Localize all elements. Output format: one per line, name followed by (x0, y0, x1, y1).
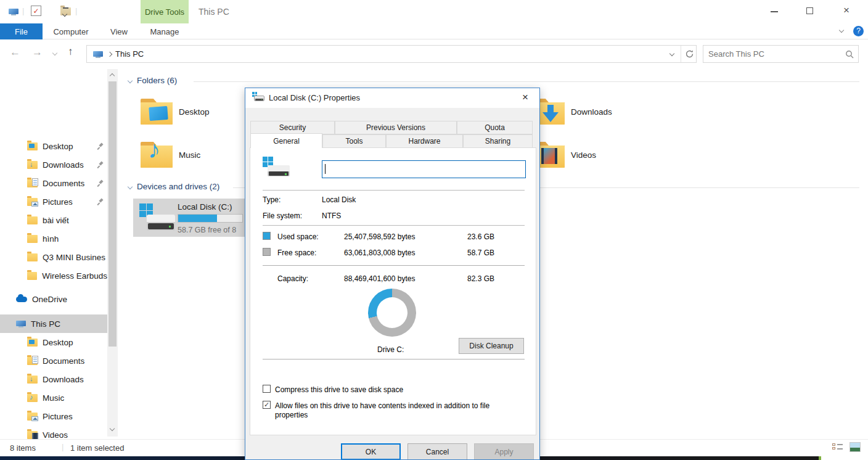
selection-count: 1 item selected (70, 443, 124, 453)
pictures-folder-icon (27, 413, 38, 421)
tab-hardware[interactable]: Hardware (386, 134, 463, 148)
tab-quota[interactable]: Quota (457, 121, 533, 134)
minimize-button[interactable] (771, 11, 778, 12)
sidebar-item-downloads[interactable]: ↓ Downloads (0, 370, 107, 388)
sidebar-item-bai-viet[interactable]: bài viết (0, 211, 107, 229)
sidebar-item-q3-mini[interactable]: Q3 MINI Busines (0, 248, 107, 266)
sidebar-item-downloads-qa[interactable]: ↓ Downloads (0, 155, 107, 174)
type-label: Type: (263, 195, 280, 204)
cancel-button[interactable]: Cancel (407, 443, 467, 460)
tile-desktop[interactable]: Desktop (133, 92, 244, 131)
drive-tools-context-tab[interactable]: Drive Tools (141, 0, 189, 23)
search-box[interactable] (703, 45, 859, 63)
tile-videos[interactable]: Videos (525, 136, 649, 174)
index-checkbox[interactable]: ✓ (263, 401, 271, 409)
minimize-ribbon-icon[interactable] (839, 28, 844, 33)
pin-icon (97, 180, 104, 187)
volume-label-input[interactable] (322, 160, 526, 178)
thumbnail-view-icon[interactable] (850, 442, 861, 452)
used-space-swatch (263, 232, 271, 240)
address-dropdown-icon[interactable] (669, 51, 674, 56)
desktop-folder-icon (141, 99, 173, 125)
capacity-bar-fill (178, 215, 217, 222)
tab-general[interactable]: General (250, 133, 322, 148)
tab-security[interactable]: Security (250, 121, 335, 134)
volume-label-field[interactable] (327, 162, 521, 176)
compress-checkbox[interactable] (263, 385, 271, 393)
free-space-bytes: 63,061,803,008 bytes (344, 248, 415, 257)
tile-downloads[interactable]: Downloads (525, 92, 649, 131)
tile-music[interactable]: ♪ Music (133, 136, 244, 174)
capacity-bytes: 88,469,401,600 bytes (344, 274, 415, 283)
drive-chart-label: Drive C: (377, 345, 404, 354)
sidebar-item-desktop[interactable]: Desktop (0, 333, 107, 351)
ribbon-tab-row: File Computer View Manage ? (0, 23, 868, 39)
general-tab-page: Type: Local Disk File system: NTFS Used … (250, 147, 536, 435)
back-icon[interactable]: ← (10, 46, 20, 59)
search-input[interactable] (708, 47, 838, 60)
sidebar-item-desktop-qa[interactable]: Desktop (0, 137, 107, 155)
collapse-group-icon[interactable] (128, 78, 133, 83)
dialog-titlebar[interactable]: Local Disk (C:) Properties × (245, 88, 539, 108)
sidebar-item-pictures[interactable]: Pictures (0, 407, 107, 425)
breadcrumb-chevron-icon[interactable] (107, 52, 112, 57)
navigation-pane: Desktop ↓ Downloads Documents Pictures b… (0, 68, 121, 439)
tab-computer[interactable]: Computer (43, 23, 99, 39)
compress-checkbox-label[interactable]: Compress this drive to save disk space (275, 385, 403, 394)
documents-icon (27, 357, 38, 365)
dialog-title: Local Disk (C:) Properties (269, 93, 360, 102)
sidebar-item-pictures-qa[interactable]: Pictures (0, 192, 107, 211)
index-checkbox-label[interactable]: Allow files on this drive to have conten… (275, 401, 522, 420)
sidebar-item-hinh[interactable]: hình (0, 229, 107, 248)
recent-locations-icon[interactable] (52, 51, 57, 55)
sidebar-item-wireless-earbuds[interactable]: Wireless Earbuds (0, 266, 107, 285)
refresh-icon[interactable] (685, 49, 694, 59)
folder-icon (27, 272, 37, 280)
help-icon[interactable]: ? (853, 26, 864, 36)
divider: | (22, 6, 24, 15)
separator (263, 359, 525, 359)
group-rule (194, 81, 859, 82)
sidebar-item-this-pc[interactable]: This PC (0, 314, 107, 333)
collapse-group-icon[interactable] (128, 184, 133, 189)
breadcrumb[interactable]: This PC (115, 49, 144, 59)
tab-sharing[interactable]: Sharing (463, 134, 533, 148)
qat-properties-icon[interactable]: ✓ (31, 6, 41, 16)
sidebar-item-documents-qa[interactable]: Documents (0, 174, 107, 192)
scroll-up-icon[interactable] (110, 73, 115, 78)
tile-local-disk-c[interactable]: Local Disk (C:) 58.7 GB free of 8 (133, 199, 245, 237)
sidebar-item-documents[interactable]: Documents (0, 351, 107, 370)
scroll-down-icon[interactable] (110, 426, 115, 431)
address-bar[interactable]: This PC (86, 45, 697, 63)
sidebar-scrollbar[interactable] (107, 69, 118, 437)
dialog-close-icon[interactable]: × (522, 91, 528, 104)
group-header-devices[interactable]: Devices and drives (2) (128, 182, 219, 191)
group-header-folders[interactable]: Folders (6) (128, 76, 177, 85)
disk-cleanup-button[interactable]: Disk Cleanup (459, 338, 524, 354)
close-button[interactable]: × (843, 4, 850, 17)
details-view-icon[interactable] (832, 443, 843, 453)
free-space-swatch (263, 248, 271, 256)
scrollbar-thumb[interactable] (108, 81, 117, 347)
music-folder-icon: ♪ (27, 394, 38, 402)
ok-button[interactable]: OK (341, 443, 401, 460)
qat-customize-icon[interactable] (63, 7, 68, 18)
sidebar-item-onedrive[interactable]: OneDrive (0, 290, 107, 308)
downloads-folder-icon: ↓ (27, 161, 38, 169)
pictures-folder-icon (27, 198, 38, 206)
sidebar-item-music[interactable]: ♪ Music (0, 388, 107, 407)
folder-icon (27, 235, 38, 243)
up-icon[interactable]: ↑ (68, 46, 73, 58)
filesystem-label: File system: (263, 212, 302, 220)
divider (681, 46, 681, 62)
tab-previous-versions[interactable]: Previous Versions (335, 121, 457, 134)
pin-icon (97, 162, 104, 168)
tab-file[interactable]: File (0, 23, 43, 39)
tab-manage[interactable]: Manage (140, 23, 189, 39)
forward-icon[interactable]: → (32, 46, 43, 59)
free-space-size: 58.7 GB (467, 248, 494, 257)
tab-tools[interactable]: Tools (322, 134, 386, 148)
pin-icon (97, 199, 104, 205)
maximize-button[interactable] (806, 7, 813, 14)
tab-view[interactable]: View (99, 23, 139, 39)
